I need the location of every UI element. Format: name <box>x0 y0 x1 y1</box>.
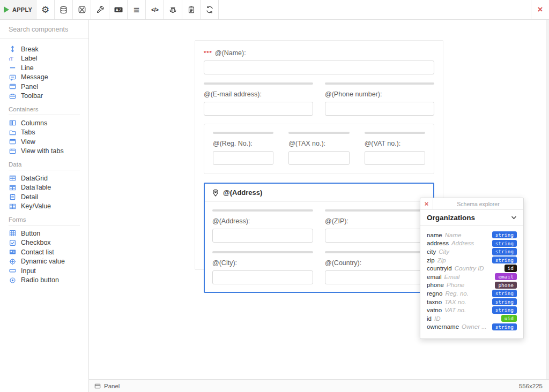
city-input[interactable] <box>212 270 313 284</box>
column-drag-handle[interactable] <box>204 82 313 85</box>
schema-field-countryid[interactable]: countryid Country ID id <box>427 264 517 273</box>
sidebar-item-checkbox[interactable]: Checkbox <box>0 238 88 248</box>
settings-button[interactable]: ⚙ <box>36 0 55 19</box>
sidebar-item-radio-button[interactable]: Radio button <box>0 276 88 285</box>
regno-field[interactable]: @(Reg. No.): <box>213 132 273 165</box>
navigation-button[interactable]: ≡ <box>128 0 146 19</box>
column-drag-handle[interactable] <box>325 82 434 85</box>
sidebar-item-break[interactable]: Break <box>0 44 88 54</box>
column-drag-handle[interactable] <box>213 132 273 134</box>
modules-button[interactable] <box>73 0 91 19</box>
registration-panel[interactable]: @(Reg. No.): @(TAX no.): @(VAT no.): <box>204 124 434 174</box>
search-input[interactable] <box>9 26 80 33</box>
address-panel-selected[interactable]: @(Address) @(Address): @(ZIP): <box>204 183 434 293</box>
section-containers: Containers <box>0 101 88 115</box>
address-panel-header[interactable]: @(Address) <box>205 184 433 202</box>
city-field[interactable]: @(City): <box>212 251 313 284</box>
column-drag-handle[interactable] <box>212 209 313 212</box>
country-field[interactable]: @(Country): <box>325 251 426 284</box>
phone-input[interactable] <box>325 102 434 116</box>
address-input[interactable] <box>212 229 313 243</box>
sidebar-item-datagrid[interactable]: DataGrid <box>0 174 88 183</box>
sidebar-item-label: Line <box>21 64 34 72</box>
sidebar-item-detail[interactable]: Detail <box>0 192 88 202</box>
schema-close-button[interactable]: × <box>420 198 433 209</box>
country-input[interactable] <box>325 270 426 284</box>
schema-field-zip[interactable]: zip Zip string <box>427 256 517 265</box>
checkbox-icon <box>9 239 16 246</box>
sidebar-item-view[interactable]: View <box>0 137 88 147</box>
name-input[interactable] <box>204 61 434 74</box>
schema-field-name[interactable]: name Name string <box>427 231 517 239</box>
regno-input[interactable] <box>213 151 273 165</box>
sidebar-item-datatable[interactable]: DataTable <box>0 183 88 193</box>
column-drag-handle[interactable] <box>325 251 426 253</box>
zip-field[interactable]: @(ZIP): <box>325 209 426 243</box>
datatable-icon <box>9 184 16 191</box>
schema-field-city[interactable]: city City string <box>427 247 517 256</box>
label-icon: tT <box>9 55 16 62</box>
type-badge: string <box>492 231 517 238</box>
sidebar-item-keyvalue[interactable]: Key/Value <box>0 202 88 212</box>
sidebar-item-view-with-tabs[interactable]: View with tabs <box>0 147 88 156</box>
form-card[interactable]: *** @(Name): @(E-mail address): @(Phone … <box>195 40 443 270</box>
apply-button[interactable]: APPLY <box>0 0 36 19</box>
zip-input[interactable] <box>325 229 426 243</box>
tools-button[interactable] <box>91 0 109 19</box>
schema-field-email[interactable]: email Email email <box>427 273 517 281</box>
taxno-input[interactable] <box>288 151 349 165</box>
sidebar-item-button[interactable]: Button <box>0 229 88 238</box>
toolbar-icon <box>9 92 16 100</box>
sidebar-item-columns[interactable]: Columns <box>0 118 88 128</box>
location-pin-icon <box>212 189 219 197</box>
vatno-input[interactable] <box>365 151 425 165</box>
email-input[interactable] <box>204 102 313 116</box>
column-drag-handle[interactable] <box>288 132 349 134</box>
panel-status-icon <box>94 383 101 389</box>
sidebar-item-label: Key/Value <box>21 202 51 210</box>
labels-button[interactable]: A Z <box>109 0 128 19</box>
email-field[interactable]: @(E-mail address): <box>204 82 313 116</box>
sidebar-item-panel[interactable]: Panel <box>0 82 88 92</box>
schema-field-regno[interactable]: regno Reg. no. string <box>427 289 517 298</box>
source-code-button[interactable]: </> <box>146 0 164 19</box>
sidebar-item-toolbar[interactable]: Toolbar <box>0 92 88 101</box>
debug-button[interactable] <box>164 0 182 19</box>
schema-field-ownername[interactable]: ownername Owner ... string <box>427 323 517 331</box>
column-drag-handle[interactable] <box>365 132 425 134</box>
schema-explorer-title: Schema explorer <box>433 198 523 209</box>
sidebar-item-dynamic-value[interactable]: Dynamic value <box>0 257 88 267</box>
canvas-scrollbar[interactable] <box>546 20 549 379</box>
schema-field-address[interactable]: address Address string <box>427 239 517 248</box>
schema-field-vatno[interactable]: vatno VAT no. string <box>427 306 517 314</box>
vatno-field[interactable]: @(VAT no.): <box>365 132 425 165</box>
sidebar-item-label[interactable]: tT Label <box>0 54 88 64</box>
sidebar-item-contact-list[interactable]: Contact list <box>0 247 88 257</box>
datasource-button[interactable] <box>55 0 73 19</box>
section-data: Data <box>0 156 88 170</box>
sidebar-item-input[interactable]: Input <box>0 266 88 276</box>
schema-explorer-header[interactable]: × Schema explorer <box>420 198 523 210</box>
sidebar-item-label: Panel <box>21 83 38 91</box>
taxno-field[interactable]: @(TAX no.): <box>288 132 349 165</box>
schema-field-id[interactable]: id ID uid <box>427 314 517 323</box>
schema-field-taxno[interactable]: taxno TAX no. string <box>427 298 517 306</box>
message-icon <box>9 73 16 81</box>
play-icon <box>4 6 9 13</box>
app-window: APPLY ⚙ A Z <box>0 0 549 392</box>
clipboard-button[interactable] <box>182 0 201 19</box>
entity-selector[interactable]: Organizations <box>420 210 523 226</box>
phone-field[interactable]: @(Phone number): <box>325 82 434 116</box>
columns-icon <box>9 119 16 127</box>
sidebar-item-message[interactable]: Message <box>0 73 88 82</box>
schema-field-phone[interactable]: phone Phone phone <box>427 281 517 290</box>
close-editor-button[interactable]: × <box>531 0 549 19</box>
sync-button[interactable] <box>201 0 219 19</box>
address-field[interactable]: @(Address): <box>212 209 313 243</box>
sidebar-item-tabs[interactable]: Tabs <box>0 128 88 138</box>
column-drag-handle[interactable] <box>212 251 313 253</box>
column-drag-handle[interactable] <box>325 209 426 212</box>
sidebar-item-line[interactable]: Line <box>0 63 88 73</box>
type-badge: string <box>492 298 517 305</box>
name-field[interactable]: *** @(Name): <box>204 49 434 74</box>
